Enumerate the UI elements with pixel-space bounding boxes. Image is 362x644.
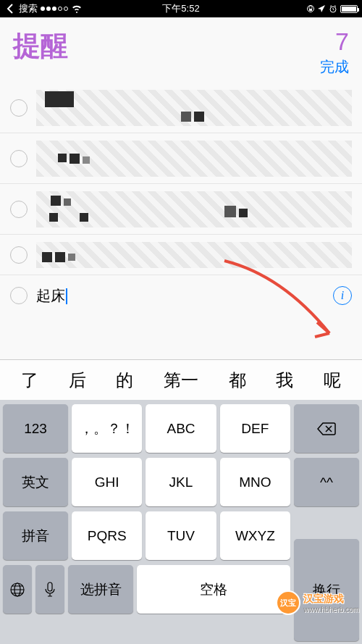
wifi-icon (71, 4, 83, 13)
suggestion[interactable]: 呢 (324, 369, 341, 392)
suggestion[interactable]: 第一 (164, 369, 198, 392)
key-pqrs[interactable]: PQRS (72, 511, 142, 560)
list-item[interactable] (0, 133, 362, 184)
suggestion[interactable]: 后 (69, 369, 86, 392)
suggestion[interactable]: 都 (229, 369, 246, 392)
key-emoji[interactable]: ^^ (294, 458, 359, 506)
blurred-content (36, 141, 352, 177)
lock-icon (307, 4, 314, 13)
info-icon[interactable]: i (333, 286, 352, 305)
blurred-content (36, 242, 352, 268)
key-punct[interactable]: ，。？！ (72, 404, 142, 453)
back-chevron-icon[interactable] (4, 3, 16, 14)
suggestion-bar: 了 后 的 第一 都 我 呢 (0, 359, 362, 400)
list-item[interactable] (0, 235, 362, 275)
list-item[interactable] (0, 184, 362, 235)
key-english[interactable]: 英文 (3, 458, 68, 506)
key-wxyz[interactable]: WXYZ (220, 511, 290, 560)
watermark-text: 汉宝游戏 (303, 593, 359, 606)
key-123[interactable]: 123 (3, 404, 68, 453)
delete-icon (316, 422, 337, 436)
radio-icon[interactable] (10, 246, 28, 264)
back-label[interactable]: 搜索 (19, 2, 38, 15)
key-mic[interactable] (35, 565, 64, 614)
svg-rect-1 (309, 9, 312, 11)
key-ghi[interactable]: GHI (72, 458, 142, 506)
alarm-icon (329, 4, 337, 13)
status-time: 下午5:52 (162, 2, 199, 15)
page-title: 提醒 (13, 28, 68, 64)
list-item[interactable]: 起床 i (0, 275, 362, 316)
key-jkl[interactable]: JKL (146, 458, 216, 506)
battery-icon (340, 5, 358, 13)
key-space[interactable]: 空格 (137, 565, 290, 614)
reminder-count: 7 (335, 28, 349, 56)
watermark-badge-icon: 汉宝 (276, 590, 300, 615)
key-pinyin[interactable]: 拼音 (3, 511, 68, 560)
item-text[interactable]: 起床 (36, 286, 333, 306)
watermark-url: www.hbherb.com (303, 606, 359, 614)
list-item[interactable] (0, 83, 362, 133)
globe-icon (9, 581, 26, 598)
done-button[interactable]: 完成 (320, 57, 349, 77)
key-globe[interactable] (3, 565, 32, 614)
watermark: 汉宝 汉宝游戏 www.hbherb.com (276, 590, 359, 615)
header: 提醒 7 完成 (0, 17, 362, 83)
key-def[interactable]: DEF (220, 404, 290, 453)
mic-icon (44, 581, 56, 598)
svg-rect-5 (48, 582, 52, 591)
suggestion[interactable]: 我 (276, 369, 293, 392)
radio-icon[interactable] (10, 150, 28, 167)
radio-icon[interactable] (10, 99, 28, 117)
status-bar: 搜索 下午5:52 (0, 0, 362, 17)
suggestion[interactable]: 的 (116, 369, 133, 392)
radio-icon[interactable] (10, 201, 28, 218)
radio-icon[interactable] (10, 287, 28, 304)
key-tuv[interactable]: TUV (146, 511, 216, 560)
key-select-pinyin[interactable]: 选拼音 (68, 565, 133, 614)
suggestion[interactable]: 了 (21, 369, 38, 392)
key-delete[interactable] (294, 404, 359, 453)
reminder-list: 起床 i (0, 83, 362, 316)
signal-dots-icon (41, 7, 68, 11)
key-abc[interactable]: ABC (146, 404, 216, 453)
key-mno[interactable]: MNO (220, 458, 290, 506)
location-icon (317, 4, 326, 13)
blurred-content (36, 191, 352, 227)
blurred-content (36, 90, 352, 126)
